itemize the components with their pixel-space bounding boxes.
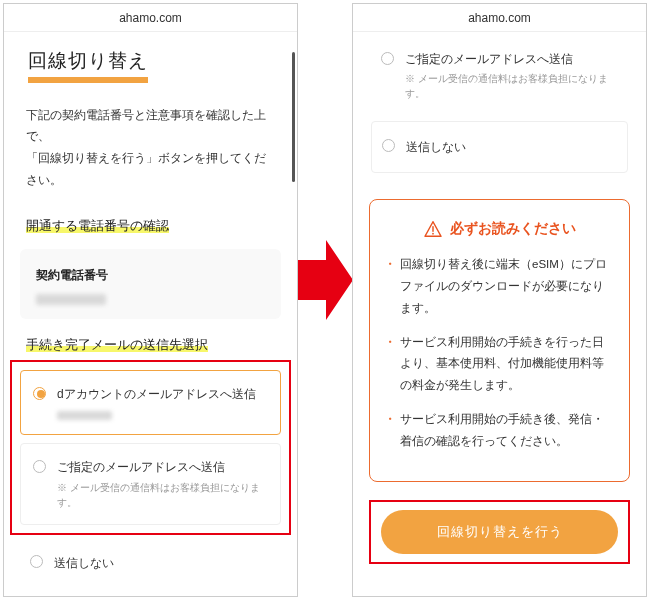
highlight-box-mail-options: dアカウントのメールアドレスへ送信 ご指定のメールアドレスへ送信 ※ メール受信… — [10, 360, 291, 535]
url-bar: ahamo.com — [4, 4, 297, 32]
notice-box: 必ずお読みください 回線切り替え後に端末（eSIM）にプロファイルのダウンロード… — [369, 199, 630, 482]
section-mail-destination: 手続き完了メールの送信先選択 — [4, 327, 297, 360]
phone-screen-before: ahamo.com 回線切り替え 下記の契約電話番号と注意事項を確認した上で、 … — [3, 3, 298, 597]
contract-phone-label: 契約電話番号 — [36, 267, 265, 284]
arrow-icon — [298, 235, 353, 325]
url-bar: ahamo.com — [353, 4, 646, 32]
radio-option-no-send[interactable]: 送信しない — [18, 541, 283, 586]
scrollbar-thumb[interactable] — [292, 52, 295, 182]
notice-list: 回線切り替え後に端末（eSIM）にプロファイルのダウンロードが必要になります。 … — [386, 254, 613, 453]
contract-phone-card: 契約電話番号 — [20, 249, 281, 319]
contract-phone-value-redacted — [36, 294, 106, 305]
radio-label: ご指定のメールアドレスへ送信 — [57, 460, 225, 474]
phone-viewport: 回線切り替え 下記の契約電話番号と注意事項を確認した上で、 「回線切り替えを行う… — [4, 32, 297, 597]
switch-line-button[interactable]: 回線切り替えを行う — [381, 510, 618, 554]
radio-option-custom-mail[interactable]: ご指定のメールアドレスへ送信 ※ メール受信の通信料はお客様負担になります。 — [371, 40, 628, 111]
radio-note: ※ メール受信の通信料はお客様負担になります。 — [405, 71, 618, 101]
intro-text: 下記の契約電話番号と注意事項を確認した上で、 「回線切り替えを行う」ボタンを押し… — [4, 87, 297, 208]
page-title: 回線切り替え — [28, 48, 148, 83]
warning-icon — [424, 221, 442, 237]
section-phone-confirm: 開通する電話番号の確認 — [4, 208, 297, 241]
notice-item: サービス利用開始の手続きを行った日より、基本使用料、付加機能使用料等の料金が発生… — [386, 332, 613, 398]
radio-option-custom-mail[interactable]: ご指定のメールアドレスへ送信 ※ メール受信の通信料はお客様負担になります。 — [20, 443, 281, 525]
radio-note: ※ メール受信の通信料はお客様負担になります。 — [57, 480, 268, 510]
radio-icon — [33, 460, 46, 473]
phone-screen-after: ahamo.com ご指定のメールアドレスへ送信 ※ メール受信の通信料はお客様… — [352, 3, 647, 597]
mail-address-redacted — [57, 411, 112, 420]
notice-item: サービス利用開始の手続き後、発信・着信の確認を行ってください。 — [386, 409, 613, 453]
radio-option-d-account-mail[interactable]: dアカウントのメールアドレスへ送信 — [20, 370, 281, 435]
phone-viewport: ご指定のメールアドレスへ送信 ※ メール受信の通信料はお客様負担になります。 送… — [353, 32, 646, 597]
notice-item: 回線切り替え後に端末（eSIM）にプロファイルのダウンロードが必要になります。 — [386, 254, 613, 320]
radio-label: 送信しない — [406, 140, 466, 154]
svg-point-2 — [432, 233, 434, 235]
radio-icon — [381, 52, 394, 65]
radio-icon — [33, 387, 46, 400]
svg-marker-0 — [298, 240, 353, 320]
radio-option-no-send[interactable]: 送信しない — [371, 121, 628, 173]
radio-label: 送信しない — [54, 556, 114, 570]
radio-label: ご指定のメールアドレスへ送信 — [405, 52, 573, 66]
radio-label: dアカウントのメールアドレスへ送信 — [57, 387, 256, 401]
highlight-box-cta: 回線切り替えを行う — [369, 500, 630, 564]
radio-icon — [382, 139, 395, 152]
radio-icon — [30, 555, 43, 568]
notice-heading: 必ずお読みください — [386, 220, 613, 238]
